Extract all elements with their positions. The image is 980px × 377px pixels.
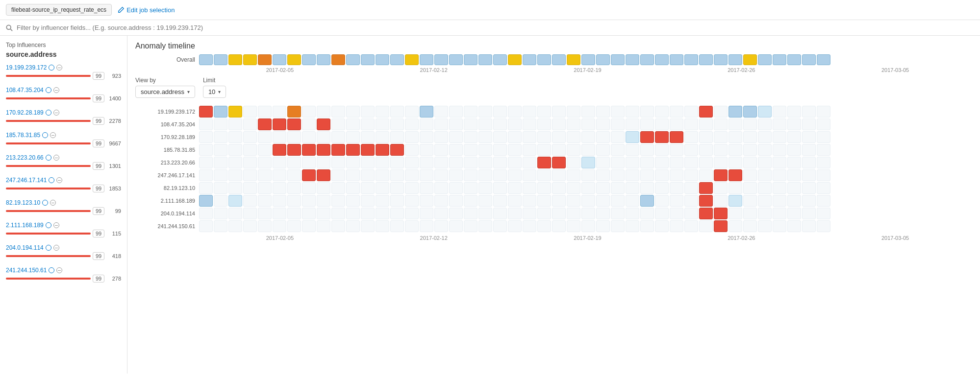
grid-cell[interactable] [493, 208, 507, 219]
grid-cell[interactable] [287, 106, 301, 118]
plus-icon[interactable] [42, 200, 48, 206]
grid-cell[interactable] [655, 118, 669, 130]
grid-cell[interactable] [626, 169, 639, 181]
grid-cell[interactable] [787, 118, 801, 130]
grid-cell[interactable] [640, 182, 654, 194]
grid-cell[interactable] [478, 182, 492, 194]
grid-cell[interactable] [434, 195, 448, 207]
grid-cell[interactable] [581, 118, 595, 130]
grid-cell[interactable] [493, 144, 507, 156]
grid-cell[interactable] [581, 182, 595, 194]
grid-cell[interactable] [317, 208, 330, 219]
grid-cell[interactable] [567, 118, 580, 130]
grid-cell[interactable] [361, 208, 375, 219]
grid-cell[interactable] [243, 195, 257, 207]
grid-cell[interactable] [508, 182, 522, 194]
grid-cell[interactable] [758, 182, 772, 194]
grid-cell[interactable] [787, 182, 801, 194]
grid-cell[interactable] [331, 195, 345, 207]
grid-cell[interactable] [684, 144, 698, 156]
overall-cell[interactable] [581, 54, 595, 65]
overall-cell[interactable] [376, 54, 389, 65]
overall-cell[interactable] [817, 54, 830, 65]
overall-cell[interactable] [361, 54, 375, 65]
grid-cell[interactable] [523, 169, 536, 181]
grid-cell[interactable] [302, 169, 316, 181]
grid-cell[interactable] [596, 195, 610, 207]
overall-cell[interactable] [684, 54, 698, 65]
grid-cell[interactable] [523, 106, 536, 118]
grid-cell[interactable] [199, 157, 213, 168]
grid-cell[interactable] [199, 131, 213, 143]
grid-cell[interactable] [228, 106, 242, 118]
grid-cell[interactable] [699, 157, 713, 168]
overall-cell[interactable] [773, 54, 786, 65]
grid-cell[interactable] [434, 220, 448, 232]
grid-cell[interactable] [537, 131, 551, 143]
grid-cell[interactable] [817, 106, 830, 118]
grid-cell[interactable] [743, 208, 757, 219]
grid-cell[interactable] [258, 157, 272, 168]
grid-cell[interactable] [346, 169, 360, 181]
grid-cell[interactable] [640, 131, 654, 143]
grid-cell[interactable] [552, 169, 566, 181]
grid-cell[interactable] [464, 208, 477, 219]
influencer-label[interactable]: 108.47.35.204 [6, 87, 121, 94]
grid-cell[interactable] [317, 195, 330, 207]
grid-cell[interactable] [596, 220, 610, 232]
overall-cell[interactable] [729, 54, 742, 65]
influencer-label[interactable]: 82.19.123.10 [6, 199, 121, 206]
grid-cell[interactable] [405, 144, 419, 156]
grid-cell[interactable] [390, 169, 404, 181]
grid-cell[interactable] [670, 182, 683, 194]
overall-cell[interactable] [302, 54, 316, 65]
grid-cell[interactable] [478, 131, 492, 143]
grid-cell[interactable] [729, 131, 742, 143]
grid-cell[interactable] [434, 106, 448, 118]
grid-cell[interactable] [199, 220, 213, 232]
overall-cell[interactable] [640, 54, 654, 65]
overall-cell[interactable] [287, 54, 301, 65]
grid-cell[interactable] [684, 208, 698, 219]
grid-cell[interactable] [581, 106, 595, 118]
grid-cell[interactable] [537, 220, 551, 232]
grid-cell[interactable] [567, 144, 580, 156]
grid-cell[interactable] [567, 157, 580, 168]
grid-cell[interactable] [552, 220, 566, 232]
grid-cell[interactable] [287, 208, 301, 219]
grid-cell[interactable] [611, 106, 625, 118]
grid-cell[interactable] [390, 131, 404, 143]
grid-cell[interactable] [464, 182, 477, 194]
grid-cell[interactable] [228, 169, 242, 181]
grid-cell[interactable] [817, 131, 830, 143]
plus-icon[interactable] [49, 267, 54, 273]
grid-cell[interactable] [787, 195, 801, 207]
grid-cell[interactable] [640, 220, 654, 232]
grid-cell[interactable] [684, 182, 698, 194]
grid-cell[interactable] [361, 182, 375, 194]
overall-cell[interactable] [478, 54, 492, 65]
grid-cell[interactable] [287, 157, 301, 168]
grid-cell[interactable] [508, 106, 522, 118]
grid-cell[interactable] [655, 208, 669, 219]
grid-cell[interactable] [449, 169, 463, 181]
grid-cell[interactable] [434, 182, 448, 194]
grid-cell[interactable] [331, 144, 345, 156]
grid-cell[interactable] [537, 169, 551, 181]
grid-cell[interactable] [567, 182, 580, 194]
grid-cell[interactable] [699, 118, 713, 130]
grid-cell[interactable] [714, 208, 728, 219]
grid-cell[interactable] [626, 220, 639, 232]
grid-cell[interactable] [243, 182, 257, 194]
grid-cell[interactable] [802, 182, 816, 194]
grid-cell[interactable] [640, 169, 654, 181]
grid-cell[interactable] [376, 182, 389, 194]
grid-cell[interactable] [258, 118, 272, 130]
grid-cell[interactable] [273, 182, 286, 194]
influencer-label[interactable]: 213.223.20.66 [6, 154, 121, 161]
grid-cell[interactable] [787, 144, 801, 156]
grid-cell[interactable] [655, 169, 669, 181]
grid-cell[interactable] [243, 208, 257, 219]
grid-cell[interactable] [729, 169, 742, 181]
grid-cell[interactable] [405, 208, 419, 219]
